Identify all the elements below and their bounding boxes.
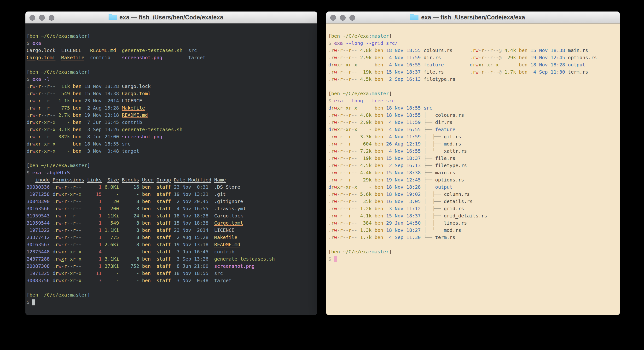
terminal-line: 23377412 .rw-r--r-- 1 775 8 ben staff 2 … (26, 234, 317, 241)
terminal-line: .rw-r--r-- 1.3k ben 18 Nov 18:27 │ └── m… (328, 226, 620, 234)
terminal-line: drwxr-xr-x - ben 4 Nov 16:55 ├── feature (328, 126, 620, 133)
terminal-line: [ben ~/C/e/exa:master] (26, 291, 317, 298)
terminal-line: 30163567 .rw-r--r-- 1 2.6Ki 8 ben staff … (26, 241, 317, 248)
terminal-line: [ben ~/C/e/exa:master] (328, 248, 620, 255)
minimize-button[interactable] (39, 15, 45, 20)
terminal-line: .rwxr-xr-x 3.1k ben 3 Sep 13:26 generate… (26, 126, 317, 133)
terminal-line: 1971325 drwxr-xr-x 11 - - ben staff 18 N… (26, 270, 317, 277)
window-title: exa — fish /Users/ben/Code/exa/exa (119, 14, 223, 21)
terminal-line: [ben ~/C/e/exa:master] (328, 90, 620, 97)
terminal-content[interactable]: [ben ~/C/e/exa:master]$ exaCargo.lock LI… (26, 24, 317, 315)
terminal-line: 20087308 .rw-r--r-- 1 373Ki 752 ben staf… (26, 262, 317, 270)
titlebar[interactable]: exa — fish /Users/ben/Code/exa/exa (326, 12, 620, 24)
terminal-line: .rw-r--r-- 1.1k ben 23 Nov 2014 LICENCE (26, 97, 317, 104)
terminal-line: drwxr-xr-x - ben 3 Nov 0:48 target (26, 148, 317, 154)
terminal-line (26, 61, 317, 68)
terminal-line: .rw-r--r-- 384 ben 29 Jun 14:50 │ ├── li… (328, 219, 620, 226)
terminal-line: [ben ~/C/e/exa:master] (328, 32, 620, 40)
terminal-line: $ (328, 255, 620, 262)
terminal-line: .rw-r--r-- 4.8k ben 18 Nov 18:55 colours… (328, 47, 620, 54)
terminal-line: $ exa -l (26, 76, 317, 83)
terminal-line: 30083756 drwxr-xr-x 3 - - ben staff 3 No… (26, 277, 317, 284)
terminal-line: .rw-r--r-- 35k ben 16 Nov 3:05 │ ├── det… (328, 198, 620, 205)
terminal-line: $ (26, 298, 317, 306)
terminal-line: .rw-r--r-- 1.2k ben 3 Nov 11:12 │ ├── gr… (328, 205, 620, 212)
terminal-line: $ exa -abghHliS (26, 169, 317, 176)
terminal-line: Cargo.lock LICENCE README.md generate-te… (26, 47, 317, 54)
terminal-line: 30048390 .rw-r--r-- 1 20 8 ben staff 2 N… (26, 198, 317, 205)
folder-icon (410, 14, 418, 20)
terminal-window-left: exa — fish /Users/ben/Code/exa/exa [ben … (26, 12, 317, 315)
terminal-line: [ben ~/C/e/exa:master] (26, 68, 317, 76)
terminal-content[interactable]: [ben ~/C/e/exa:master]$ exa --long --gri… (326, 24, 620, 315)
zoom-button[interactable] (49, 15, 54, 20)
terminal-line (26, 154, 317, 162)
terminal-line: .rw-r--r-- 11k ben 18 Nov 18:28 Cargo.lo… (26, 83, 317, 90)
terminal-line: .rw-r--r-- 7.2k ben 4 Nov 16:55 │ └── xa… (328, 148, 620, 154)
terminal-line: 30030336 .rw-r--r-- 1 6.0Ki 16 ben staff… (26, 184, 317, 190)
close-button[interactable] (30, 15, 35, 20)
terminal-line: .rw-r--r-- 4.1k ben 15 Nov 18:37 │ ├── g… (328, 212, 620, 219)
terminal-line (328, 241, 620, 248)
terminal-line: 31959543 .rw-r--r-- 1 11Ki 24 ben staff … (26, 212, 317, 219)
terminal-line: drwxr-xr-x - ben 7 Jun 16:45 contrib (26, 119, 317, 126)
folder-icon (108, 14, 117, 20)
terminal-line: .rw-r--r-- 604 ben 26 Aug 12:19 │ ├── mo… (328, 140, 620, 148)
terminal-line: drwxr-xr-x - ben 18 Nov 18:55 src (328, 104, 620, 112)
terminal-line: $ exa --long --tree src (328, 97, 620, 104)
terminal-line: 1971258 drwxr-xr-x 15 - - ben staff 19 N… (26, 190, 317, 198)
terminal-line: [ben ~/C/e/exa:master] (26, 162, 317, 169)
terminal-line: 31959544 .rw-r--r-- 1 549 8 ben staff 15… (26, 219, 317, 226)
terminal-line: .rw-r--r-- 4.4k ben 15 Nov 18:38 ├── mai… (328, 169, 620, 176)
zoom-button[interactable] (350, 15, 355, 20)
terminal-line: 30163566 .rw-r--r-- 1 200 8 ben staff 4 … (26, 205, 317, 212)
close-button[interactable] (330, 15, 336, 20)
terminal-line: .rw-r--r-- 4.5k ben 2 Sep 16:13 ├── file… (328, 162, 620, 169)
terminal-line: .rw-r--r-- 29k ben 19 Nov 12:45 ├── opti… (328, 176, 620, 184)
titlebar[interactable]: exa — fish /Users/ben/Code/exa/exa (26, 12, 317, 24)
minimize-button[interactable] (340, 15, 346, 20)
cursor (32, 300, 35, 306)
terminal-window-right: exa — fish /Users/ben/Code/exa/exa [ben … (326, 12, 620, 315)
terminal-line: 24377288 .rwxr-xr-x 1 3.1Ki 8 ben staff … (26, 255, 317, 262)
terminal-line: .rw-r--r-- 2.9k ben 4 Nov 11:59 ├── dir.… (328, 119, 620, 126)
terminal-line: .rw-r--r-- 549 ben 15 Nov 18:38 Cargo.to… (26, 90, 317, 97)
terminal-line: .rw-r--r-- 2.7k ben 19 Nov 13:18 README.… (26, 112, 317, 119)
terminal-line: .rw-r--r-- 4.8k ben 18 Nov 18:55 ├── col… (328, 112, 620, 119)
terminal-line (328, 83, 620, 90)
terminal-line: .rw-r--r-- 775 ben 2 Aug 15:28 Makefile (26, 104, 317, 112)
cursor (334, 256, 337, 262)
terminal-line: 12375448 drwxr-xr-x 4 - - ben staff 7 Ju… (26, 248, 317, 255)
terminal-line: .rw-r--r-- 19k ben 15 Nov 18:37 ├── file… (328, 154, 620, 162)
terminal-line: Cargo.toml Makefile contrib screenshot.p… (26, 54, 317, 61)
terminal-line: 1971322 .rw-r--r-- 1 1.1Ki 8 ben staff 2… (26, 226, 317, 234)
terminal-line: drwxr-xr-x - ben 4 Nov 16:55 feature drw… (328, 61, 620, 68)
terminal-line: drwxr-xr-x - ben 18 Nov 18:28 ├── output (328, 184, 620, 190)
terminal-line: $ exa (26, 40, 317, 47)
terminal-line: [ben ~/C/e/exa:master] (26, 32, 317, 40)
terminal-line: .rw-r--r-- 1.7k ben 4 Sep 11:30 └── term… (328, 234, 620, 241)
terminal-line: .rw-r--r-- 3.3k ben 4 Nov 11:59 │ ├── gi… (328, 133, 620, 140)
terminal-line: drwxr-xr-x - ben 18 Nov 18:55 src (26, 140, 317, 148)
terminal-line: .rw-r--r-- 4.5k ben 2 Sep 16:13 filetype… (328, 76, 620, 83)
terminal-line: .rw-r--r-- 5.6k ben 18 Nov 19:02 │ ├── c… (328, 190, 620, 198)
terminal-line (26, 284, 317, 291)
terminal-line: .rw-r--r-- 19k ben 15 Nov 18:37 file.rs … (328, 68, 620, 76)
window-title: exa — fish /Users/ben/Code/exa/exa (421, 14, 525, 21)
terminal-line: $ exa --long --grid src/ (328, 40, 620, 47)
terminal-line: .rw-r--r-- 382k ben 8 Jun 21:00 screensh… (26, 133, 317, 140)
terminal-line: .rw-r--r-- 2.9k ben 4 Nov 11:59 dir.rs .… (328, 54, 620, 61)
terminal-line: inode Permissions Links Size Blocks User… (26, 176, 317, 184)
